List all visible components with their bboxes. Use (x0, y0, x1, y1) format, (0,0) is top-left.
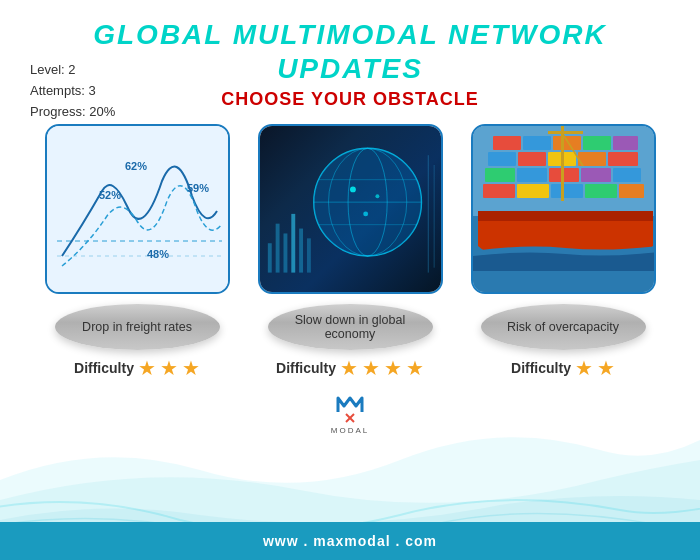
svg-text:59%: 59% (187, 182, 209, 194)
svg-point-22 (363, 212, 368, 217)
svg-rect-28 (523, 136, 551, 150)
card-1-label[interactable]: Drop in freight rates (55, 304, 220, 350)
star-2-2: ★ (362, 358, 380, 378)
ship-svg (473, 126, 656, 294)
level-label: Level: 2 (30, 60, 115, 81)
card-1-difficulty: Difficulty ★ ★ ★ (74, 358, 200, 378)
star-1-2: ★ (160, 358, 178, 378)
svg-rect-32 (488, 152, 516, 166)
website-url: www . maxmodal . com (263, 533, 437, 549)
svg-rect-47 (561, 126, 564, 201)
bottom-bar: www . maxmodal . com (0, 522, 700, 560)
svg-text:52%: 52% (99, 189, 121, 201)
svg-rect-27 (493, 136, 521, 150)
svg-rect-33 (518, 152, 546, 166)
svg-rect-8 (283, 234, 287, 273)
svg-rect-6 (267, 243, 271, 272)
svg-rect-36 (608, 152, 638, 166)
difficulty-label-2: Difficulty (276, 360, 336, 376)
globe-background (260, 126, 441, 292)
progress-label: Progress: 20% (30, 102, 115, 123)
svg-point-21 (375, 195, 379, 199)
star-2-4: ★ (406, 358, 424, 378)
card-1-image[interactable]: 62% 52% 59% 48% (45, 124, 230, 294)
star-2-1: ★ (340, 358, 358, 378)
card-2-label[interactable]: Slow down in global economy (268, 304, 433, 350)
difficulty-label-3: Difficulty (511, 360, 571, 376)
star-2-3: ★ (384, 358, 402, 378)
svg-rect-31 (613, 136, 638, 150)
star-1-1: ★ (138, 358, 156, 378)
logo-text: MODAL (331, 426, 369, 435)
attempts-label: Attempts: 3 (30, 81, 115, 102)
svg-rect-30 (583, 136, 611, 150)
card-2-difficulty: Difficulty ★ ★ ★ ★ (276, 358, 424, 378)
svg-rect-41 (613, 168, 641, 182)
svg-text:62%: 62% (125, 160, 147, 172)
svg-rect-10 (299, 229, 303, 273)
star-1-3: ★ (182, 358, 200, 378)
svg-rect-11 (306, 239, 310, 273)
card-3-label[interactable]: Risk of overcapacity (481, 304, 646, 350)
svg-rect-50 (478, 211, 653, 221)
level-info: Level: 2 Attempts: 3 Progress: 20% (30, 60, 115, 122)
difficulty-label-1: Difficulty (74, 360, 134, 376)
svg-rect-44 (551, 184, 583, 198)
maxmodal-logo (330, 384, 370, 424)
card-freight-rates[interactable]: 62% 52% 59% 48% Drop in freight rates Di… (40, 124, 235, 378)
svg-rect-45 (585, 184, 617, 198)
ship-background (473, 126, 654, 292)
card-overcapacity[interactable]: Risk of overcapacity Difficulty ★ ★ (466, 124, 661, 378)
svg-rect-29 (553, 136, 581, 150)
svg-rect-38 (517, 168, 547, 182)
svg-text:48%: 48% (147, 248, 169, 260)
star-3-2: ★ (597, 358, 615, 378)
card-2-image[interactable] (258, 124, 443, 294)
globe-svg (260, 124, 441, 294)
svg-point-20 (350, 187, 356, 193)
svg-rect-43 (517, 184, 549, 198)
svg-rect-46 (619, 184, 644, 198)
logo-area: MODAL (0, 384, 700, 435)
cards-row: 62% 52% 59% 48% Drop in freight rates Di… (0, 124, 700, 378)
star-3-1: ★ (575, 358, 593, 378)
svg-rect-42 (483, 184, 515, 198)
freight-chart-svg: 62% 52% 59% 48% (47, 126, 230, 294)
card-global-economy[interactable]: Slow down in global economy Difficulty ★… (253, 124, 448, 378)
svg-rect-40 (581, 168, 611, 182)
svg-point-19 (313, 149, 421, 257)
card-3-image[interactable] (471, 124, 656, 294)
svg-rect-7 (275, 224, 279, 273)
svg-rect-9 (291, 214, 295, 273)
svg-rect-48 (548, 131, 583, 134)
svg-rect-37 (485, 168, 515, 182)
card-3-difficulty: Difficulty ★ ★ (511, 358, 615, 378)
chart-background: 62% 52% 59% 48% (47, 126, 228, 292)
